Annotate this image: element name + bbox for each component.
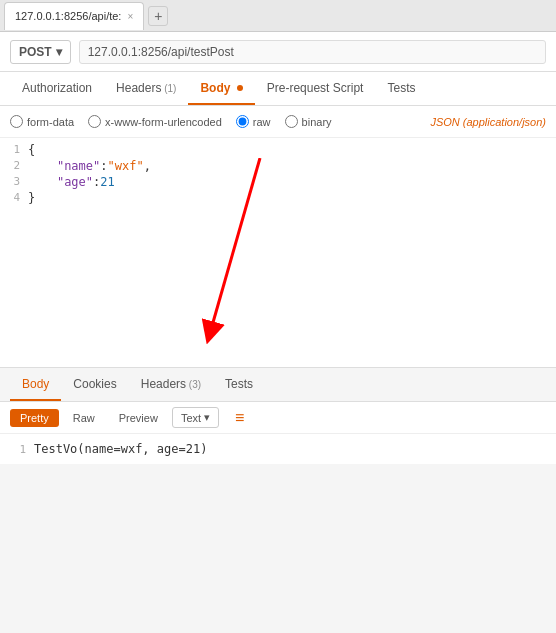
json-type-label: JSON (application/json) — [430, 116, 546, 128]
urlencoded-option[interactable]: x-www-form-urlencoded — [88, 115, 222, 128]
code-line-1: 1 { — [0, 142, 556, 158]
response-tabs: Body Cookies Headers (3) Tests — [0, 368, 556, 402]
body-dot-indicator — [237, 85, 243, 91]
wrap-button[interactable]: ≡ — [227, 406, 252, 430]
method-chevron-icon: ▾ — [56, 45, 62, 59]
tab-headers[interactable]: Headers (1) — [104, 73, 188, 105]
raw-option[interactable]: raw — [236, 115, 271, 128]
tab-tests[interactable]: Tests — [375, 73, 427, 105]
new-tab-button[interactable]: + — [148, 6, 168, 26]
body-type-options: form-data x-www-form-urlencoded raw bina… — [0, 106, 556, 138]
wrap-icon: ≡ — [235, 409, 244, 426]
tab-prerequest[interactable]: Pre-request Script — [255, 73, 376, 105]
tab-body[interactable]: Body — [188, 73, 254, 105]
tab-bar: 127.0.0.1:8256/api/te: × + — [0, 0, 556, 32]
response-tab-tests[interactable]: Tests — [213, 369, 265, 401]
url-input[interactable] — [79, 40, 546, 64]
pretty-button[interactable]: Pretty — [10, 409, 59, 427]
format-dropdown[interactable]: Text ▾ — [172, 407, 219, 428]
response-tab-body[interactable]: Body — [10, 369, 61, 401]
method-label: POST — [19, 45, 52, 59]
form-data-option[interactable]: form-data — [10, 115, 74, 128]
active-tab[interactable]: 127.0.0.1:8256/api/te: × — [4, 2, 144, 30]
raw-button[interactable]: Raw — [63, 409, 105, 427]
tab-title: 127.0.0.1:8256/api/te: — [15, 10, 121, 22]
code-line-3: 3 "age":21 — [0, 174, 556, 190]
code-line-2: 2 "name":"wxf", — [0, 158, 556, 174]
response-tab-cookies[interactable]: Cookies — [61, 369, 128, 401]
method-selector[interactable]: POST ▾ — [10, 40, 71, 64]
code-editor[interactable]: 1 { 2 "name":"wxf", 3 "age":21 4 } — [0, 138, 556, 368]
response-line-1: 1 TestVo(name=wxf, age=21) — [10, 440, 546, 458]
request-tabs: Authorization Headers (1) Body Pre-reque… — [0, 72, 556, 106]
tab-authorization[interactable]: Authorization — [10, 73, 104, 105]
preview-button[interactable]: Preview — [109, 409, 168, 427]
response-content: TestVo(name=wxf, age=21) — [34, 442, 207, 456]
tab-close-icon[interactable]: × — [127, 11, 133, 22]
format-dropdown-label: Text — [181, 412, 201, 424]
format-dropdown-chevron-icon: ▾ — [204, 411, 210, 424]
response-tab-headers[interactable]: Headers (3) — [129, 369, 213, 401]
response-toolbar: Pretty Raw Preview Text ▾ ≡ — [0, 402, 556, 434]
response-body: 1 TestVo(name=wxf, age=21) — [0, 434, 556, 464]
url-bar: POST ▾ — [0, 32, 556, 72]
code-line-4: 4 } — [0, 190, 556, 206]
code-editor-container: 1 { 2 "name":"wxf", 3 "age":21 4 } — [0, 138, 556, 368]
binary-option[interactable]: binary — [285, 115, 332, 128]
